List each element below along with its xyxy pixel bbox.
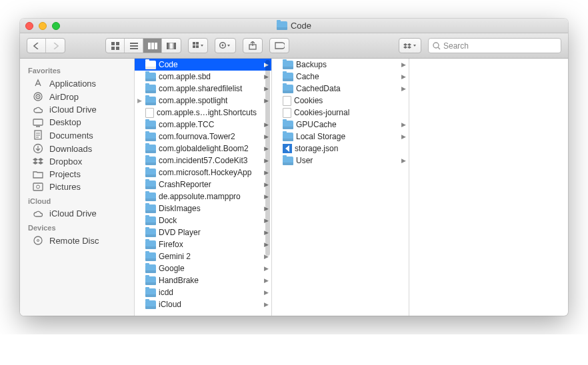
file-row[interactable]: Firefox▶ <box>135 238 271 250</box>
minimize-button[interactable] <box>39 22 47 30</box>
tags-button[interactable] <box>269 38 289 53</box>
folder-icon <box>283 85 293 93</box>
column: Code▶com.apple.sbd▶com.apple.sharedfilel… <box>135 59 272 316</box>
sidebar-item[interactable]: Applications <box>20 77 134 90</box>
file-row[interactable]: icdd▶ <box>135 286 271 298</box>
title-bar[interactable]: Code <box>20 19 568 33</box>
sidebar-item[interactable]: Downloads <box>20 142 134 155</box>
view-list-button[interactable] <box>125 39 143 53</box>
file-icon <box>283 108 291 118</box>
sidebar-item[interactable]: Pictures <box>20 181 134 193</box>
svg-rect-0 <box>111 42 115 45</box>
cloud-icon <box>32 105 44 115</box>
nav-buttons <box>27 38 65 53</box>
sidebar-item[interactable]: Remote Disc <box>20 234 134 247</box>
dropbox-icon <box>32 157 44 167</box>
file-name: DiskImages <box>159 204 261 213</box>
svg-rect-1 <box>116 42 119 45</box>
view-icons-button[interactable] <box>106 39 125 53</box>
file-row[interactable]: storage.json <box>272 143 409 155</box>
file-row[interactable]: Gemini 2▶ <box>135 250 271 262</box>
chevron-right-icon: ▶ <box>401 73 406 80</box>
folder-icon <box>145 121 156 129</box>
arrange-button[interactable] <box>188 38 208 53</box>
file-name: HandBrake <box>159 276 261 285</box>
file-row[interactable]: GPUCache▶ <box>272 119 409 131</box>
file-row[interactable]: CachedData▶ <box>272 83 409 95</box>
action-button[interactable] <box>215 38 236 53</box>
file-row[interactable]: com.globaldelight.Boom2▶ <box>135 143 271 155</box>
svg-point-18 <box>222 44 224 46</box>
file-row[interactable]: com.incident57.CodeKit3▶ <box>135 155 271 167</box>
sidebar-item[interactable]: Desktop <box>20 116 134 129</box>
file-row[interactable]: DiskImages▶ <box>135 202 271 214</box>
pic-icon <box>32 182 44 191</box>
file-row[interactable]: CrashReporter▶ <box>135 179 271 190</box>
sidebar-item[interactable]: Dropbox <box>20 155 134 168</box>
finder-window: Code Search FavoritesApplicationsAirDrop… <box>20 19 568 316</box>
file-name: com.fournova.Tower2 <box>159 132 261 141</box>
file-row[interactable]: ▶com.apple.spotlight▶ <box>135 95 271 107</box>
share-button[interactable] <box>243 38 263 53</box>
svg-rect-2 <box>111 47 115 50</box>
file-row[interactable]: Cookies-journal <box>272 107 409 119</box>
file-row[interactable]: Cookies <box>272 95 409 107</box>
file-row[interactable]: com.apple.TCC▶ <box>135 119 271 131</box>
view-gallery-button[interactable] <box>162 39 181 53</box>
sidebar-item[interactable]: Documents <box>20 129 134 142</box>
folder-icon <box>145 85 156 93</box>
forward-button[interactable] <box>46 39 65 53</box>
svg-rect-10 <box>167 43 169 49</box>
zoom-button[interactable] <box>52 22 60 30</box>
file-name: User <box>296 156 398 165</box>
file-row[interactable]: de.appsolute.mamppro▶ <box>135 190 271 202</box>
back-button[interactable] <box>27 39 46 53</box>
sidebar-item[interactable]: iCloud Drive <box>20 207 134 220</box>
sidebar-header: Devices <box>20 220 134 234</box>
folder-icon <box>145 264 156 273</box>
scrollbar[interactable] <box>265 60 270 256</box>
file-name: com.apple.sharedfilelist <box>159 84 261 93</box>
file-row[interactable]: com.apple.s…ight.Shortcuts <box>135 107 271 119</box>
file-row[interactable]: com.apple.sbd▶ <box>135 71 271 83</box>
desktop-icon <box>32 118 44 127</box>
folder-icon <box>145 145 156 153</box>
column: Backups▶Cache▶CachedData▶CookiesCookies-… <box>272 59 409 316</box>
folder-icon <box>145 300 156 309</box>
file-row[interactable]: Google▶ <box>135 262 271 274</box>
file-row[interactable]: Local Storage▶ <box>272 131 409 143</box>
folder-icon <box>277 21 287 30</box>
sidebar-item[interactable]: Projects <box>20 168 134 181</box>
folder-icon <box>145 181 156 189</box>
sidebar-item-label: Downloads <box>49 144 92 154</box>
file-name: iCloud <box>159 300 261 309</box>
file-row[interactable]: DVD Player▶ <box>135 226 271 238</box>
file-row[interactable]: User▶ <box>272 155 409 167</box>
file-name: Cookies <box>294 96 398 105</box>
view-columns-button[interactable] <box>143 39 162 53</box>
svg-rect-4 <box>130 43 138 44</box>
file-row[interactable]: com.apple.sharedfilelist▶ <box>135 83 271 95</box>
file-row[interactable]: Backups▶ <box>272 59 409 71</box>
svg-rect-9 <box>155 43 157 49</box>
svg-rect-27 <box>33 183 43 190</box>
file-row[interactable]: Cache▶ <box>272 71 409 83</box>
file-row[interactable]: HandBrake▶ <box>135 274 271 286</box>
file-name: com.globaldelight.Boom2 <box>159 144 261 153</box>
sidebar-item[interactable]: AirDrop <box>20 90 134 103</box>
file-row[interactable]: Dock▶ <box>135 214 271 226</box>
cloud-icon <box>32 209 44 218</box>
airdrop-icon <box>32 91 44 102</box>
file-row[interactable]: Code▶ <box>135 59 271 71</box>
sidebar-item[interactable]: iCloud Drive <box>20 103 134 116</box>
dropbox-button[interactable] <box>399 38 421 53</box>
svg-rect-8 <box>151 43 154 49</box>
svg-point-29 <box>34 236 42 244</box>
file-row[interactable]: iCloud▶ <box>135 298 271 310</box>
svg-rect-24 <box>33 119 43 125</box>
search-field[interactable]: Search <box>428 38 561 53</box>
file-row[interactable]: com.microsoft.HockeyApp▶ <box>135 167 271 179</box>
expand-arrow-icon: ▶ <box>136 97 143 104</box>
close-button[interactable] <box>25 22 33 30</box>
file-row[interactable]: com.fournova.Tower2▶ <box>135 131 271 143</box>
